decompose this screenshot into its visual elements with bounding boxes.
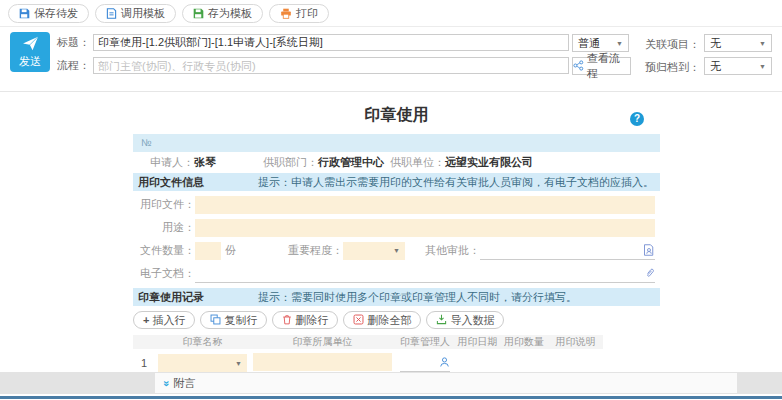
other-approval-input[interactable] — [480, 242, 655, 260]
edoc-label: 电子文档： — [133, 266, 195, 281]
caret-down-icon: ▼ — [759, 63, 766, 70]
priority-select[interactable]: 普通 ▼ — [572, 34, 629, 52]
view-flow-button[interactable]: 查看流程 — [572, 57, 631, 75]
title-input[interactable] — [93, 34, 569, 51]
print-label: 打印 — [296, 6, 318, 21]
copy-row-label: 复制行 — [224, 313, 257, 328]
seal-usage-form-window: 保存待发 调用模板 存为模板 打印 发送 标题： 普通 ▼ 关联项目： — [0, 0, 782, 400]
table-row: 1 ▼ — [133, 353, 603, 373]
flow-input[interactable] — [93, 57, 569, 74]
delete-all-label: 删除全部 — [367, 313, 411, 328]
col-use-note: 用印说明 — [548, 335, 603, 349]
plus-icon: + — [143, 314, 149, 326]
print-button[interactable]: 打印 — [269, 4, 329, 23]
seal-manager-input[interactable] — [400, 354, 450, 372]
import-icon — [436, 314, 447, 327]
col-use-date: 用印日期 — [455, 335, 500, 349]
doc-info-section-title: 用印文件信息 — [133, 175, 258, 190]
doc-count-unit: 份 — [225, 243, 236, 258]
related-project-select[interactable]: 无 ▼ — [704, 34, 772, 52]
delete-all-icon — [353, 314, 364, 327]
send-button[interactable]: 发送 — [10, 32, 50, 72]
form-header: 发送 标题： 普通 ▼ 关联项目： 无 ▼ 流程： 查看流程 预归档到： 无 ▼ — [0, 27, 782, 92]
insert-row-button[interactable]: + 插入行 — [133, 311, 195, 329]
trash-icon — [282, 314, 292, 327]
title-label: 标题： — [57, 35, 90, 50]
footer-bar: » 附言 — [0, 372, 782, 394]
company-value: 远望实业有限公司 — [445, 156, 533, 168]
serial-number-band: № — [133, 134, 660, 152]
col-seal-unit: 印章所属单位 — [250, 335, 395, 349]
import-data-label: 导入数据 — [450, 313, 494, 328]
save-as-template-label: 存为模板 — [208, 6, 252, 21]
select-approver-icon[interactable] — [643, 244, 655, 258]
seal-name-select[interactable]: ▼ — [158, 354, 247, 372]
caret-down-icon: ▼ — [393, 247, 400, 254]
department-value: 行政管理中心 — [318, 156, 384, 168]
flow-label: 流程： — [57, 58, 90, 73]
col-seal-manager: 印章管理人 — [395, 335, 455, 349]
top-toolbar: 保存待发 调用模板 存为模板 打印 — [0, 0, 782, 27]
caret-down-icon: ▼ — [759, 40, 766, 47]
send-label: 发送 — [19, 54, 41, 69]
call-template-label: 调用模板 — [121, 6, 165, 21]
doc-count-input[interactable] — [195, 242, 221, 260]
save-pending-label: 保存待发 — [34, 6, 78, 21]
seal-record-section-hint: 提示：需要同时使用多个印章或印章管理人不同时，请分行填写。 — [258, 290, 577, 305]
prearchive-label: 预归档到： — [645, 60, 700, 75]
company-label: 供职单位： — [390, 156, 445, 168]
postscript-label: 附言 — [173, 376, 195, 391]
caret-down-icon: ▼ — [616, 40, 623, 47]
importance-select[interactable]: ▼ — [343, 242, 405, 260]
seal-table-header: 印章名称 印章所属单位 印章管理人 用印日期 用印数量 用印说明 — [133, 335, 603, 349]
template-icon — [106, 8, 117, 19]
view-flow-icon — [573, 60, 584, 73]
person-icon[interactable] — [439, 356, 450, 370]
doc-info-section-hint: 提示：申请人需出示需要用印的文件给有关审批人员审阅，有电子文档的应插入。 — [258, 175, 654, 190]
save-template-icon — [193, 8, 204, 19]
seal-unit-input[interactable] — [253, 353, 392, 371]
view-flow-label: 查看流程 — [587, 51, 630, 81]
copy-row-button[interactable]: 复制行 — [200, 311, 267, 329]
edoc-paperclip-icon[interactable] — [645, 267, 655, 281]
prearchive-select[interactable]: 无 ▼ — [704, 57, 772, 75]
save-icon — [19, 8, 30, 19]
page-title: 印章使用 — [133, 105, 660, 127]
seal-record-section-header: 印章使用记录 提示：需要同时使用多个印章或印章管理人不同时，请分行填写。 — [133, 288, 660, 306]
form-content: 印章使用 ? № 申请人：张琴 供职部门：行政管理中心 供职单位：远望实业有限公… — [0, 92, 782, 371]
delete-all-button[interactable]: 删除全部 — [343, 311, 421, 329]
edoc-input[interactable] — [195, 265, 655, 283]
seal-usage-form: 印章使用 ? № 申请人：张琴 供职部门：行政管理中心 供职单位：远望实业有限公… — [133, 92, 660, 373]
help-icon[interactable]: ? — [630, 112, 644, 126]
row-index: 1 — [133, 357, 155, 369]
doc-info-section-header: 用印文件信息 提示：申请人需出示需要用印的文件给有关审批人员审阅，有电子文档的应… — [133, 173, 660, 191]
doc-count-label: 文件数量： — [133, 243, 195, 258]
print-icon — [280, 8, 292, 19]
col-use-count: 用印数量 — [500, 335, 548, 349]
postscript-expand-icon: » — [161, 380, 172, 386]
prearchive-value: 无 — [710, 59, 721, 74]
table-button-row: + 插入行 复制行 删除行 删除全部 导入数据 — [133, 311, 660, 329]
seal-record-section-title: 印章使用记录 — [133, 290, 258, 305]
save-as-template-button[interactable]: 存为模板 — [182, 4, 263, 23]
applicant-label: 申请人： — [150, 156, 194, 168]
bottom-accent-line — [0, 396, 782, 399]
copy-icon — [210, 314, 221, 327]
purpose-input[interactable] — [195, 219, 655, 237]
applicant-value: 张琴 — [194, 156, 216, 168]
call-template-button[interactable]: 调用模板 — [95, 4, 176, 23]
priority-value: 普通 — [578, 36, 600, 51]
col-seal-name: 印章名称 — [155, 335, 250, 349]
other-approval-label: 其他审批： — [425, 243, 480, 258]
delete-row-button[interactable]: 删除行 — [272, 311, 338, 329]
caret-down-icon: ▼ — [235, 360, 242, 367]
send-icon — [22, 36, 39, 53]
related-project-label: 关联项目： — [645, 37, 700, 52]
postscript-toggle[interactable]: » 附言 — [155, 373, 737, 393]
doc-file-input[interactable] — [195, 196, 655, 214]
import-data-button[interactable]: 导入数据 — [426, 311, 504, 329]
save-pending-button[interactable]: 保存待发 — [8, 4, 89, 23]
purpose-label: 用途： — [133, 220, 195, 235]
doc-file-label: 用印文件： — [133, 197, 195, 212]
related-project-value: 无 — [710, 36, 721, 51]
